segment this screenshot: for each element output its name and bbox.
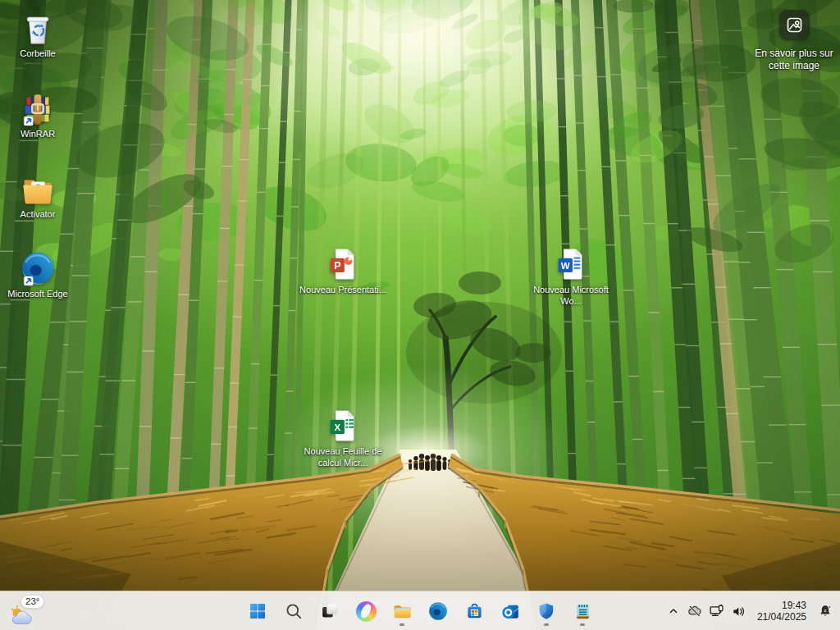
running-indicator — [399, 623, 404, 626]
svg-text:X: X — [334, 422, 340, 432]
hidden-icons-button[interactable] — [664, 595, 683, 628]
temperature-badge: 23° — [21, 595, 44, 609]
desktop-icon-winrar[interactable]: WinRAR — [0, 89, 83, 140]
weather-widget[interactable]: 23° — [8, 594, 57, 628]
store-bag-icon — [464, 601, 485, 622]
desktop-icon-label: Nouveau Feuille de calcul Micr... — [298, 446, 388, 468]
taskbar-app-buttons — [241, 591, 599, 630]
desktop-icon-new-powerpoint[interactable]: P Nouveau Présentati... — [298, 245, 388, 296]
file-explorer-icon — [392, 601, 413, 622]
desktop-icon-new-excel[interactable]: X Nouveau Feuille de calcul Micr... — [298, 407, 388, 468]
desktop-icon-activator[interactable]: Activator — [0, 170, 83, 221]
tray-date: 21/04/2025 — [757, 611, 806, 623]
powerpoint-file-icon: P — [324, 245, 362, 283]
desktop-icon-label: Nouveau Microsoft Wo... — [526, 285, 616, 307]
svg-text:P: P — [334, 260, 340, 272]
folder-icon — [19, 170, 57, 208]
svg-text:z: z — [829, 605, 831, 609]
start-button[interactable] — [241, 595, 274, 628]
learn-more-button[interactable] — [779, 10, 810, 40]
desktop-icon-label: Nouveau Présentati... — [299, 285, 386, 296]
notification-center-button[interactable]: z z — [812, 595, 838, 628]
windows-security-button[interactable] — [530, 595, 563, 628]
ethernet-icon — [709, 604, 724, 619]
recycle-bin-icon — [19, 9, 57, 47]
word-file-icon: W — [552, 245, 590, 283]
svg-text:W: W — [561, 261, 570, 271]
edge-icon — [427, 600, 449, 622]
outlook-icon — [500, 601, 521, 622]
network-button[interactable] — [705, 595, 728, 628]
desktop-icon-new-word[interactable]: W Nouveau Microsoft Wo... — [526, 245, 616, 307]
task-view-button[interactable] — [313, 595, 346, 628]
svg-text:z: z — [824, 608, 827, 613]
copilot-button[interactable] — [349, 595, 382, 628]
edge-button[interactable] — [422, 595, 454, 628]
windows-logo-icon — [248, 601, 267, 621]
spotlight-widget: En savoir plus sur cette image — [748, 10, 840, 72]
onedrive-button[interactable] — [683, 595, 705, 628]
desktop-icon-label: Corbeille — [20, 48, 55, 60]
task-view-icon — [320, 601, 340, 621]
bell-dnd-icon: z z — [818, 604, 833, 619]
system-tray: 19:43 21/04/2025 z z — [664, 591, 838, 630]
running-indicator — [580, 623, 585, 626]
copilot-icon — [356, 601, 377, 622]
desktop-icon-edge[interactable]: Microsoft Edge — [0, 249, 83, 300]
clock-button[interactable]: 19:43 21/04/2025 — [750, 600, 812, 623]
edge-icon — [19, 249, 57, 287]
microsoft-store-button[interactable] — [458, 595, 491, 628]
image-icon — [786, 16, 803, 34]
learn-more-label: En savoir plus sur cette image — [748, 48, 840, 72]
shield-icon — [536, 601, 556, 621]
search-button[interactable] — [277, 595, 310, 628]
tray-time: 19:43 — [757, 600, 806, 612]
notepad-icon — [573, 601, 593, 622]
onedrive-offline-icon — [687, 604, 702, 619]
running-indicator — [544, 623, 549, 626]
volume-button[interactable] — [728, 595, 750, 628]
taskbar: 23° — [0, 591, 840, 630]
file-explorer-button[interactable] — [386, 595, 418, 628]
desktop-icon-label: Activator — [21, 209, 56, 221]
desktop-icon-label: Microsoft Edge — [7, 289, 67, 300]
excel-file-icon: X — [324, 407, 362, 445]
desktop-icon-recycle-bin[interactable]: Corbeille — [0, 9, 83, 60]
search-icon — [284, 601, 304, 621]
desktop-background[interactable] — [0, 0, 840, 630]
notepad-button[interactable] — [566, 595, 599, 628]
desktop-icon-label: WinRAR — [21, 129, 55, 140]
outlook-button[interactable] — [494, 595, 527, 628]
winrar-icon — [19, 89, 57, 127]
chevron-up-icon — [667, 605, 680, 618]
speaker-icon — [731, 604, 746, 619]
